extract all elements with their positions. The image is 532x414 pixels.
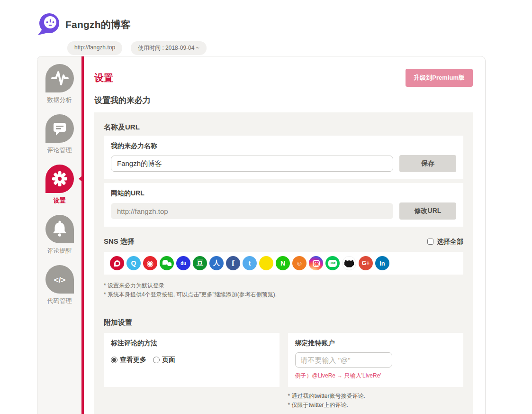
- select-all-checkbox[interactable]: [427, 239, 433, 245]
- renren-icon[interactable]: 人: [209, 256, 224, 270]
- code-icon: </>: [45, 265, 74, 294]
- name-url-heading: 名称及URL: [104, 123, 463, 132]
- sidebar-label: 数据分析: [37, 96, 81, 104]
- livere-name-label: 我的来必力名称: [111, 142, 456, 150]
- comment-method-label: 标注评论的方法: [111, 339, 272, 348]
- twitter-note-line: * 仅限于twitter上的评论.: [288, 401, 464, 410]
- sidebar: 数据分析 评论管理: [37, 56, 81, 414]
- twitter-example-hint: 例子）@LiveRe → 只输入'LiveRe': [295, 372, 457, 380]
- livere-name-input[interactable]: [111, 156, 393, 172]
- comment-icon: [45, 114, 74, 143]
- gear-icon: [45, 165, 74, 193]
- sidebar-item-notifications[interactable]: 评论提醒: [37, 215, 81, 255]
- qq-icon[interactable]: Q: [126, 256, 141, 270]
- sidebar-label: 代码管理: [37, 297, 81, 305]
- radio-option-pages[interactable]: 页面: [153, 356, 175, 364]
- twitter-note-line: * 通过我的twitter账号接受评论.: [288, 392, 464, 401]
- analytics-icon: [45, 64, 74, 92]
- extra-settings-heading: 附加设置: [104, 318, 463, 327]
- sns-notes: * 设置来必力为默认登录 * 系统本身提供4个登录按钮, 可以点击"更多"继续添…: [104, 281, 463, 299]
- sns-note-line: * 设置来必力为默认登录: [104, 281, 463, 290]
- naver-icon[interactable]: N: [276, 256, 290, 270]
- livere-name-card: 我的来必力名称 保存: [104, 136, 463, 179]
- googleplus-icon[interactable]: G+: [359, 256, 373, 270]
- radio-option-load-more[interactable]: 查看更多: [111, 356, 146, 364]
- twitter-account-input[interactable]: [295, 352, 392, 368]
- load-more-radio[interactable]: [111, 357, 117, 363]
- sidebar-label: 设置: [37, 196, 81, 205]
- twitter-icon[interactable]: t: [243, 256, 257, 270]
- twitter-notes: * 通过我的twitter账号接受评论. * 仅限于twitter上的评论.: [288, 392, 464, 410]
- douban-icon[interactable]: 豆: [193, 256, 207, 270]
- page-title: 设置: [94, 72, 113, 84]
- upgrade-premium-button[interactable]: 升级到Premium版: [406, 69, 473, 87]
- change-url-button[interactable]: 修改URL: [399, 202, 456, 220]
- comment-method-card: 标注评论的方法 查看更多 页面: [104, 333, 280, 387]
- site-url-card: 网站的URL 修改URL: [104, 183, 463, 227]
- sidebar-item-comments[interactable]: 评论管理: [37, 114, 81, 155]
- sidebar-label: 评论提醒: [37, 247, 81, 255]
- sidebar-item-analytics[interactable]: 数据分析: [37, 64, 81, 104]
- settings-content: 设置 升级到Premium版 设置我的来必力 名称及URL 我的来必力名称 保存…: [84, 56, 485, 414]
- weibo-icon[interactable]: ◉: [143, 256, 157, 270]
- site-url-badge: http://fangzh.top: [67, 41, 122, 55]
- site-header: Fangzh的博客 http://fangzh.top 使用时间 : 2018-…: [0, 0, 532, 55]
- save-button[interactable]: 保存: [399, 155, 456, 172]
- radio-label: 页面: [162, 356, 175, 364]
- settings-form-section: 名称及URL 我的来必力名称 保存 网站的URL 修改URL: [94, 112, 473, 414]
- cyworld-icon[interactable]: ☺: [292, 256, 307, 270]
- facebook-icon[interactable]: f: [226, 256, 240, 270]
- main-panel: 数据分析 评论管理: [37, 56, 486, 414]
- site-title: Fangzh的博客: [65, 18, 131, 31]
- usage-period-badge: 使用时间 : 2018-09-04 ~: [131, 41, 207, 55]
- livere-icon[interactable]: [110, 256, 124, 270]
- kakaotalk-icon[interactable]: [259, 256, 273, 270]
- instagram-icon[interactable]: [309, 256, 323, 270]
- wechat-icon[interactable]: [160, 256, 174, 270]
- select-all-label: 选择全部: [437, 238, 463, 246]
- baidu-icon[interactable]: du: [176, 256, 190, 270]
- pages-radio[interactable]: [153, 357, 160, 363]
- sidebar-label: 评论管理: [37, 146, 81, 155]
- site-badges: http://fangzh.top 使用时间 : 2018-09-04 ~: [67, 41, 532, 55]
- github-icon[interactable]: [342, 256, 356, 270]
- bell-icon: [45, 215, 74, 243]
- sns-icon-list: Q◉du豆人ftN☺LINEG+in: [104, 252, 463, 275]
- twitter-bind-label: 绑定推特账户: [295, 339, 457, 348]
- radio-label: 查看更多: [120, 356, 146, 364]
- sidebar-item-settings[interactable]: 设置: [37, 165, 81, 205]
- livere-settings-page: Fangzh的博客 http://fangzh.top 使用时间 : 2018-…: [0, 0, 532, 414]
- select-all-control[interactable]: 选择全部: [427, 238, 463, 246]
- site-url-label: 网站的URL: [111, 189, 456, 198]
- svg-text:</>: </>: [54, 276, 65, 285]
- sns-note-line: * 系统本身提供4个登录按钮, 可以点击"更多"继续添加(参考右侧预览).: [104, 290, 463, 299]
- linkedin-icon[interactable]: in: [375, 256, 389, 270]
- sidebar-item-code[interactable]: </> 代码管理: [37, 265, 81, 305]
- site-url-input[interactable]: [111, 203, 393, 219]
- sns-heading: SNS 选择: [104, 237, 135, 246]
- spacer: [104, 387, 280, 410]
- livere-logo-icon: [37, 12, 60, 37]
- twitter-bind-card: 绑定推特账户 例子）@LiveRe → 只输入'LiveRe': [288, 333, 464, 387]
- page-subtitle: 设置我的来必力: [94, 95, 473, 106]
- line-icon[interactable]: LINE: [325, 256, 340, 270]
